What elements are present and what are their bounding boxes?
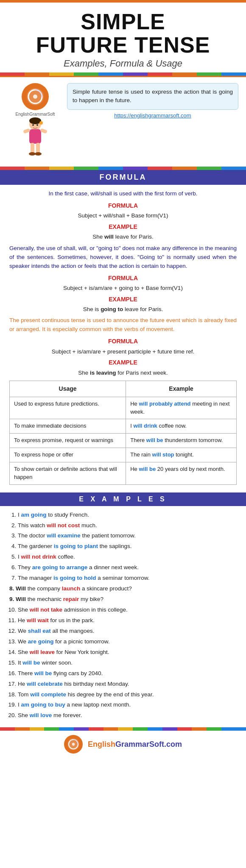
will-bold: Will: [16, 596, 26, 602]
highlighted-verb: will not drink: [21, 554, 56, 560]
list-item: She will not take admission in this coll…: [18, 605, 237, 615]
rainbow-bar-top: [0, 72, 246, 76]
footer-rainbow-bar: [0, 727, 246, 731]
list-item: This watch will not cost much.: [18, 521, 237, 531]
main-title: SIMPLE FUTURE TENSE: [8, 10, 238, 56]
formula1-text: Subject + will/shall + Base form(V1): [9, 211, 237, 220]
highlighted-verb: repair: [63, 596, 79, 602]
svg-point-13: [36, 124, 38, 126]
highlighted-verb: will be: [34, 670, 52, 676]
example3-text: She is leaving for Paris next week.: [9, 368, 237, 378]
svg-point-3: [29, 117, 41, 124]
svg-point-4: [39, 121, 43, 125]
page-header: SIMPLE FUTURE TENSE Examples, Formula & …: [0, 0, 246, 72]
table-header-example: Example: [126, 381, 237, 397]
highlighted-verb: will love: [30, 712, 52, 718]
highlighted-verb: is going to plant: [54, 543, 98, 549]
highlighted-verb: will stop: [152, 451, 174, 458]
list-item: He will wait for us in the park.: [18, 616, 237, 626]
highlighted-verb: am going to buy: [21, 701, 65, 708]
table-example-cell: There will be thunderstorm tomorrow.: [126, 434, 237, 448]
example2-text: She is going to leave for Paris.: [9, 305, 237, 314]
svg-point-9: [35, 152, 42, 156]
highlighted-verb: are going to arrange: [32, 564, 88, 570]
intro-section: EnglishGrammarSoft Simple fu: [0, 76, 246, 167]
svg-rect-5: [29, 129, 41, 144]
rainbow-bar-2: [0, 167, 246, 170]
examples-list: I am going to study French.This watch wi…: [0, 506, 246, 728]
logo-icon: [26, 87, 45, 106]
usage-table: Usage Example Used to express future pre…: [9, 381, 237, 484]
highlighted-verb: will not take: [30, 606, 62, 613]
highlighted-verb: shall eat: [28, 628, 51, 634]
footer-brand: EnglishGrammarSoft.com: [0, 731, 246, 757]
paragraph1: Generally, the use of shall, will, or "g…: [9, 244, 237, 271]
highlighted-verb: will probably attend: [139, 401, 190, 407]
table-row: To express hope or offer: [10, 448, 126, 462]
table-row: To make immediate decisions: [10, 419, 126, 434]
formula-section-header: FORMULA: [0, 170, 246, 185]
highlighted-verb: launch: [62, 585, 81, 592]
list-item: She will love me forever.: [18, 711, 237, 721]
svg-point-12: [32, 124, 34, 126]
highlighted-verb: will be: [139, 466, 156, 472]
girl-figure: [18, 117, 52, 163]
list-item: 9. Will the mechanic repair my bike?: [9, 595, 237, 604]
table-example-cell: He will be 20 years old by next month.: [126, 462, 237, 484]
highlighted-verb: are going: [28, 638, 54, 645]
brand-logo: [22, 83, 49, 110]
table-row: Used to express future predictions.: [10, 397, 126, 419]
list-item: I will not drink coffee.: [18, 552, 237, 562]
formula-intro-text: In the first case, will/shall is used wi…: [9, 189, 237, 198]
example2-bold: going to: [101, 306, 123, 312]
list-item: He will celebrate his birthday next Mond…: [18, 679, 237, 689]
website-link[interactable]: https://englishgrammarsoft.com: [67, 110, 238, 120]
highlighted-verb: will celebrate: [27, 681, 63, 687]
list-item: Tom will complete his degree by the end …: [18, 690, 237, 700]
footer-logo-svg: [67, 738, 80, 751]
table-header-usage: Usage: [10, 381, 126, 397]
intro-box: Simple future tense is used to express t…: [67, 83, 238, 110]
item-num: 9.: [9, 596, 14, 602]
formula3-text: Subject + is/am/are + present participle…: [9, 347, 237, 356]
highlighted-verb: will not cost: [47, 522, 80, 529]
highlighted-verb: will be: [22, 659, 40, 666]
example1-text: She will leave for Paris.: [9, 232, 237, 242]
examples-section-header: E X A M P L E S: [0, 492, 246, 506]
highlighted-verb: is going to hold: [53, 575, 96, 581]
examples-ordered-list: I am going to study French.This watch wi…: [9, 510, 237, 721]
highlighted-verb: am going: [21, 512, 47, 518]
subtitle: Examples, Formula & Usage: [8, 58, 238, 69]
svg-point-15: [72, 743, 75, 746]
list-item: It will be winter soon.: [18, 658, 237, 668]
example1-bold: will: [104, 234, 114, 240]
formula1-label: FORMULA: [9, 201, 237, 210]
highlighted-verb: will examine: [47, 532, 81, 539]
highlighted-verb: will be: [146, 437, 163, 443]
highlighted-verb: will complete: [30, 691, 66, 698]
highlighted-verb: will drink: [133, 423, 157, 429]
example3-label: EXAMPLE: [9, 358, 237, 367]
example1-label: EXAMPLE: [9, 222, 237, 231]
list-item: I am going to study French.: [18, 510, 237, 520]
list-item: They are going to arrange a dinner next …: [18, 563, 237, 573]
list-item: 8. Will the company launch a skincare pr…: [9, 584, 237, 594]
footer-logo-icon: [64, 735, 83, 754]
will-bold: Will: [16, 585, 26, 592]
table-example-cell: I will drink coffee now.: [126, 419, 237, 434]
footer-brand-text: EnglishGrammarSoft.com: [88, 740, 182, 749]
list-item: I am going to buy a new laptop next mont…: [18, 700, 237, 710]
example2-label: EXAMPLE: [9, 295, 237, 304]
table-example-cell: The rain will stop tonight.: [126, 448, 237, 462]
item-num: 8.: [9, 585, 14, 592]
highlighted-verb: will wait: [27, 617, 49, 623]
table-example-cell: He will probably attend meeting in next …: [126, 397, 237, 419]
list-item: There will be flying cars by 2040.: [18, 669, 237, 679]
table-row: To express promise, request or warnings: [10, 434, 126, 448]
highlighted-verb: will leave: [30, 649, 55, 655]
list-item: The manager is going to hold a seminar t…: [18, 573, 237, 583]
list-item: The gardener is going to plant the sapli…: [18, 542, 237, 551]
formula2-label: FORMULA: [9, 273, 237, 283]
brand-name: EnglishGrammarSoft: [16, 112, 55, 117]
list-item: The doctor will examine the patient tomo…: [18, 531, 237, 541]
